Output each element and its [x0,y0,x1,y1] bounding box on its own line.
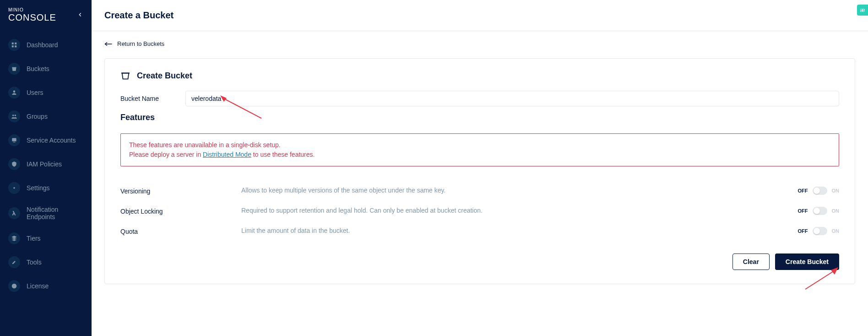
feature-versioning: Versioning Allows to keep multiple versi… [120,183,839,203]
features-section-title: Features [120,113,839,122]
topbar: Create a Bucket [92,0,868,31]
sidebar-item-settings[interactable]: Settings [0,176,92,200]
sidebar-item-license[interactable]: License [0,274,92,298]
bucket-outline-icon [120,71,130,81]
feature-object-locking: Object Locking Required to support reten… [120,203,839,223]
svg-rect-2 [12,45,14,47]
lambda-icon [8,207,20,219]
sidebar-item-label: Dashboard [27,41,58,49]
feature-description: Required to support retention and legal … [241,207,798,214]
sidebar: MINIO CONSOLE Dashboard Buckets Users [0,0,92,336]
sidebar-item-label: Buckets [27,65,49,72]
svg-rect-3 [15,45,16,47]
svg-point-6 [15,115,16,116]
sidebar-nav: Dashboard Buckets Users Groups Service A… [0,30,92,298]
dashboard-icon [8,39,20,51]
sidebar-header: MINIO CONSOLE [0,0,92,30]
content-area: Return to Buckets Create Bucket Bucket N… [92,31,868,293]
toggle-track [813,227,827,235]
sidebar-item-users[interactable]: Users [0,81,92,105]
feature-warning-alert: These features are unavailable in a sing… [120,133,839,166]
feature-description: Allows to keep multiple versions of the … [241,187,798,194]
sidebar-item-label: Tiers [27,235,41,242]
sidebar-item-label: Settings [27,184,50,192]
service-account-icon [8,134,20,146]
create-bucket-card: Create Bucket Bucket Name Features These… [104,58,855,284]
action-buttons: Clear Create Bucket [120,253,839,270]
svg-rect-7 [12,138,16,141]
layers-icon [8,232,20,244]
alert-line1: These features are unavailable in a sing… [129,140,830,150]
back-link-label: Return to Buckets [117,40,164,47]
shield-icon [8,158,20,170]
svg-rect-0 [12,43,14,44]
feature-label: Versioning [120,187,241,195]
sidebar-item-buckets[interactable]: Buckets [0,57,92,81]
feature-label: Quota [120,227,241,235]
brand-logo: MINIO CONSOLE [8,7,56,23]
feature-label: Object Locking [120,207,241,215]
sidebar-item-groups[interactable]: Groups [0,105,92,128]
bucket-name-input[interactable] [185,91,839,106]
page-title: Create a Bucket [104,10,174,21]
card-header: Create Bucket [120,71,839,81]
sidebar-item-label: IAM Policies [27,160,62,168]
toggle-off-label: OFF [798,228,808,234]
create-bucket-button[interactable]: Create Bucket [775,253,839,270]
svg-rect-1 [15,43,16,44]
sidebar-item-label: Groups [27,113,48,120]
toggle-on-label: ON [832,208,840,214]
object-locking-toggle[interactable]: OFF ON [798,207,840,215]
bucket-name-label: Bucket Name [120,95,185,102]
brand-bottom: CONSOLE [8,12,56,23]
sidebar-item-notification-endpoints[interactable]: Notification Endpoints [0,200,92,226]
svg-rect-8 [13,142,16,143]
clear-button[interactable]: Clear [732,253,770,270]
user-icon [8,87,20,99]
arrow-left-icon [104,41,113,47]
toggle-track [813,207,827,215]
sidebar-item-service-accounts[interactable]: Service Accounts [0,128,92,152]
alert-line2: Please deploy a server in Distributed Mo… [129,150,830,160]
sidebar-item-tiers[interactable]: Tiers [0,226,92,250]
bucket-name-row: Bucket Name [120,91,839,106]
toggle-off-label: OFF [798,208,808,214]
toggle-track [813,187,827,195]
annotation-arrow-create [801,266,842,294]
brand-top: MINIO [8,7,56,12]
sidebar-item-label: Tools [27,259,42,266]
svg-point-9 [13,187,15,189]
license-icon [8,280,20,292]
toggle-off-label: OFF [798,188,808,193]
versioning-toggle[interactable]: OFF ON [798,187,840,195]
svg-point-4 [13,90,16,93]
sidebar-item-label: Service Accounts [27,137,76,144]
toggle-on-label: ON [832,228,840,234]
sidebar-item-label: Users [27,89,43,96]
main-content: æ Create a Bucket Return to Buckets Crea… [92,0,868,336]
svg-point-5 [12,115,14,116]
quota-toggle[interactable]: OFF ON [798,227,840,235]
svg-line-16 [805,270,835,289]
feature-quota: Quota Limit the amount of data in the bu… [120,223,839,243]
svg-point-11 [13,285,16,287]
tools-icon [8,256,20,268]
group-icon [8,110,20,122]
feature-description: Limit the amount of data in the bucket. [241,227,798,234]
toggle-on-label: ON [832,188,840,193]
back-to-buckets-link[interactable]: Return to Buckets [104,40,164,47]
bucket-icon [8,63,20,75]
sidebar-item-label: License [27,282,49,290]
distributed-mode-link[interactable]: Distributed Mode [203,151,251,158]
card-title: Create Bucket [137,71,192,81]
sidebar-item-label: Notification Endpoints [27,206,83,220]
sidebar-collapse-button[interactable] [77,11,83,20]
sidebar-item-iam-policies[interactable]: IAM Policies [0,152,92,176]
sidebar-item-dashboard[interactable]: Dashboard [0,33,92,57]
sidebar-item-tools[interactable]: Tools [0,250,92,274]
extension-badge[interactable]: æ [857,5,868,16]
gear-icon [8,182,20,194]
